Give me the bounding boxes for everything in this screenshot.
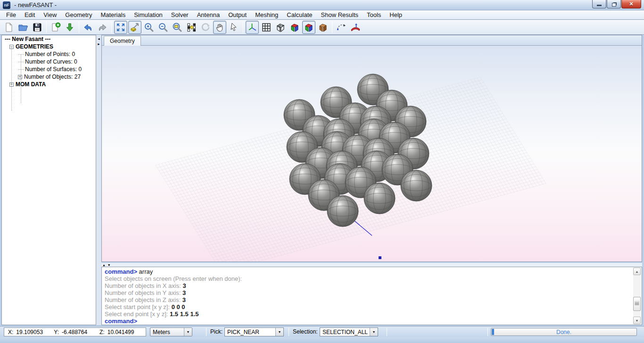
menu-item-edit[interactable]: Edit	[20, 10, 39, 19]
view-solid-icon	[303, 22, 314, 33]
console-line: command> array	[105, 268, 632, 275]
progress-label: Done.	[491, 329, 636, 335]
scroll-thumb[interactable]	[633, 297, 641, 311]
minimize-button[interactable]	[592, 0, 606, 8]
window-frame	[0, 337, 644, 343]
selection-combo[interactable]: SELECTION_ALL ▼	[320, 327, 378, 336]
restore-button[interactable]	[607, 0, 621, 8]
toolbar	[0, 20, 644, 35]
rotate-view-icon	[200, 22, 211, 33]
scene-3d[interactable]	[102, 46, 642, 261]
tree-item-mom-data[interactable]: +MOM DATA	[2, 81, 96, 88]
selection-dropdown-icon[interactable]: ▼	[370, 328, 378, 336]
toolbar-save-file-button[interactable]	[31, 21, 44, 34]
toolbar-select-cursor-button[interactable]	[227, 21, 240, 34]
scroll-up-button[interactable]: ▲	[633, 268, 641, 275]
console-splitter[interactable]: ▲ ▼	[102, 263, 111, 267]
statusbar-separator	[487, 328, 488, 336]
toolbar-undo-button[interactable]	[82, 21, 95, 34]
pick-combo[interactable]: PICK_NEAR ▼	[224, 327, 284, 336]
tree-item-new-fasant[interactable]: --- New Fasant ---	[2, 35, 96, 43]
scroll-down-button[interactable]: ▼	[633, 317, 641, 324]
tree-splitter[interactable]: ◄►	[96, 35, 101, 325]
sphere[interactable]	[401, 170, 432, 201]
console-line: command>	[105, 318, 632, 325]
toolbar-view-wireframe-button[interactable]	[274, 21, 287, 34]
status-bar: X: 19.109053 Y: -6.488764 Z: 10.041499 M…	[0, 326, 644, 337]
menu-item-calculate[interactable]: Calculate	[282, 10, 316, 19]
viewport-tabstrip: Geometry	[102, 35, 642, 46]
command-console[interactable]: command> arraySelect objects on screen (…	[101, 267, 642, 325]
toolbar-orbit-rotate-button[interactable]	[335, 21, 348, 34]
tree-item-label: Number of Points: 0	[25, 51, 75, 57]
viewport-canvas[interactable]	[102, 46, 642, 261]
zoom-in-icon	[143, 22, 155, 33]
open-file-icon	[17, 22, 29, 33]
sphere[interactable]	[364, 183, 395, 214]
y-label: Y:	[54, 329, 59, 335]
toolbar-view-grid-button[interactable]	[260, 21, 273, 34]
toolbar-view-solid-button[interactable]	[302, 21, 315, 34]
toolbar-fit-view-button[interactable]	[114, 21, 127, 34]
toolbar-import-object-button[interactable]	[49, 21, 62, 34]
console-scrollbar[interactable]: ▲ ▼	[633, 268, 641, 324]
title-bar: nF - newFASANT - ✕	[0, 0, 644, 10]
redo-icon	[97, 22, 108, 33]
toolbar-open-file-button[interactable]	[17, 21, 30, 34]
import-object-icon	[50, 22, 61, 33]
toolbar-zoom-window-button[interactable]	[171, 21, 184, 34]
pick-value: PICK_NEAR	[227, 329, 259, 335]
toolbar-zoom-out-button[interactable]	[157, 21, 170, 34]
menu-item-meshing[interactable]: Meshing	[251, 10, 282, 19]
toolbar-new-file-button[interactable]	[2, 21, 16, 34]
view-shaded-icon	[289, 22, 300, 33]
toolbar-perspective-view-button[interactable]	[128, 21, 141, 34]
axis-end-marker	[379, 256, 381, 259]
tree-item-label: MOM DATA	[16, 81, 46, 88]
menu-item-geometry[interactable]: Geometry	[61, 10, 96, 19]
menu-item-solver[interactable]: Solver	[167, 10, 193, 19]
toolbar-redo-button[interactable]	[96, 21, 109, 34]
menu-item-simulation[interactable]: Simulation	[130, 10, 167, 19]
toolbar-view-axes-button[interactable]	[246, 21, 259, 34]
toolbar-view-shaded-button[interactable]	[288, 21, 301, 34]
tree-item-number-of-points[interactable]: Number of Points: 0	[2, 50, 96, 58]
tree-item-number-of-curves[interactable]: Number of Curves: 0	[2, 58, 96, 65]
units-combo[interactable]: Meters ▼	[150, 327, 192, 336]
new-file-icon	[3, 22, 15, 33]
export-mesh-icon	[64, 22, 75, 33]
splitter-collapse-icon[interactable]: ◄►	[96, 36, 101, 47]
toolbar-rotate-view-button[interactable]	[199, 21, 212, 34]
toolbar-cutting-plane-button[interactable]	[349, 21, 362, 34]
tree-item-number-of-surfaces[interactable]: Number of Surfaces: 0	[2, 65, 96, 73]
toolbar-export-mesh-button[interactable]	[63, 21, 76, 34]
view-axes-icon	[247, 22, 258, 33]
expand-icon[interactable]: +	[18, 75, 22, 79]
statusbar-separator	[387, 328, 387, 336]
toolbar-invert-visibility-button[interactable]	[185, 21, 198, 34]
sphere[interactable]	[327, 196, 358, 227]
menu-item-view[interactable]: View	[39, 10, 61, 19]
toolbar-pan-view-button[interactable]	[213, 21, 226, 34]
menu-item-show-results[interactable]: Show Results	[317, 10, 363, 19]
toolbar-view-textured-button[interactable]	[316, 21, 330, 34]
console-lines: command> arraySelect objects on screen (…	[105, 268, 632, 325]
menu-item-materials[interactable]: Materials	[96, 10, 130, 19]
tree-item-label: Number of Curves: 0	[25, 58, 77, 65]
pick-dropdown-icon[interactable]: ▼	[275, 328, 283, 336]
tab-geometry[interactable]: Geometry	[104, 36, 141, 46]
toolbar-zoom-in-button[interactable]	[142, 21, 156, 34]
tree-item-number-of-objects[interactable]: +Number of Objects: 27	[2, 73, 96, 81]
invert-visibility-icon	[186, 22, 197, 33]
restore-icon	[612, 3, 616, 7]
menu-item-help[interactable]: Help	[385, 10, 406, 19]
view-textured-icon	[317, 22, 329, 33]
menu-item-file[interactable]: File	[2, 10, 20, 19]
units-dropdown-icon[interactable]: ▼	[184, 328, 192, 336]
x-value: 19.109053	[16, 329, 50, 335]
close-button[interactable]: ✕	[621, 0, 641, 8]
menu-item-antenna[interactable]: Antenna	[193, 10, 224, 19]
tree-item-geometries[interactable]: −GEOMETRIES	[2, 43, 96, 50]
menu-item-output[interactable]: Output	[224, 10, 251, 19]
menu-item-tools[interactable]: Tools	[363, 10, 385, 19]
